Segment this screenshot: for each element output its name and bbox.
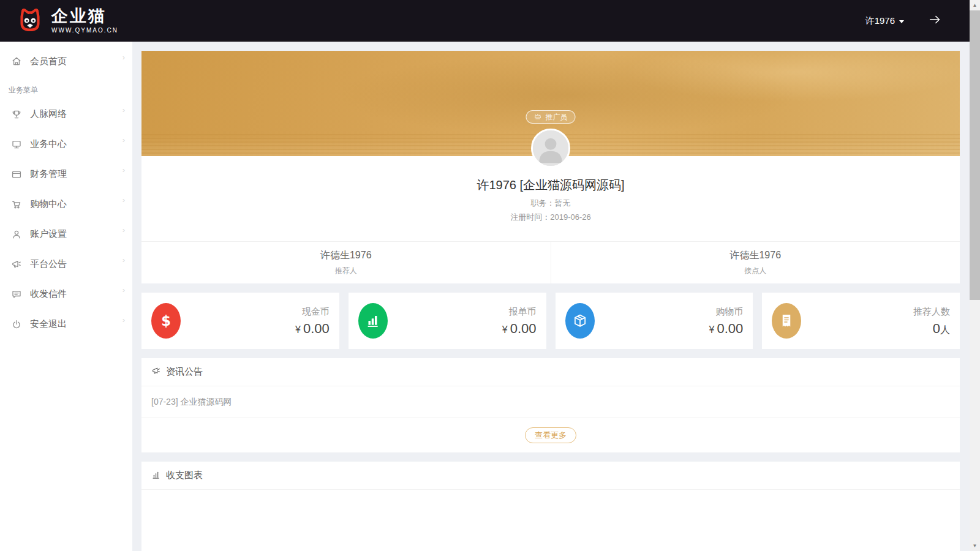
scroll-down-button[interactable]: ▼ xyxy=(970,541,980,551)
stat-card-cash: $ 现金币 ¥0.00 xyxy=(141,293,339,349)
crown-icon xyxy=(534,112,542,122)
megaphone-icon xyxy=(11,259,22,270)
news-panel: 资讯公告 [07-23] 企业猫源码网 查看更多 xyxy=(141,358,960,452)
news-item[interactable]: [07-23] 企业猫源码网 xyxy=(141,386,960,418)
sidebar-item-network[interactable]: 人脉网络 › xyxy=(0,99,132,129)
profile-display-name: 许1976 [企业猫源码网源码] xyxy=(141,177,960,193)
referrer-block: 许德生1976 推荐人 xyxy=(141,242,551,283)
stat-label: 现金币 xyxy=(295,306,330,318)
sidebar-item-mail[interactable]: 收发信件 › xyxy=(0,279,132,309)
megaphone-icon xyxy=(151,366,161,378)
stat-value: ¥0.00 xyxy=(295,322,330,335)
news-panel-header: 资讯公告 xyxy=(141,358,960,386)
referrer-name: 许德生1976 xyxy=(320,249,372,262)
sidebar-main-nav: 人脉网络 › 业务中心 › 财务管理 › 购物中心 › 账户设置 › 平台公告 … xyxy=(0,99,132,339)
chevron-right-icon: › xyxy=(123,316,125,324)
stat-value: 0人 xyxy=(913,322,950,335)
monitor-icon xyxy=(11,139,22,150)
news-footer: 查看更多 xyxy=(141,418,960,452)
stat-card-order: 报单币 ¥0.00 xyxy=(349,293,546,349)
referrer-role: 推荐人 xyxy=(335,266,357,276)
profile-register-time: 注册时间：2019-06-26 xyxy=(141,212,960,222)
sidebar-item-home[interactable]: 会员首页 › xyxy=(0,47,132,76)
contact-point-role: 接点人 xyxy=(744,266,766,276)
chevron-right-icon: › xyxy=(123,53,125,61)
avatar[interactable] xyxy=(531,129,570,168)
brand-logo[interactable]: 企业猫 WWW.QYMAO.CN xyxy=(16,6,118,36)
chevron-right-icon: › xyxy=(123,196,125,204)
message-icon xyxy=(11,289,22,300)
username-label: 许1976 xyxy=(865,15,895,27)
stat-card-referrals: 推荐人数 0人 xyxy=(762,293,960,349)
sidebar: 会员首页 › 业务菜单 人脉网络 › 业务中心 › 财务管理 › 购物中心 › … xyxy=(0,42,132,551)
chevron-right-icon: › xyxy=(123,286,125,294)
relations-row: 许德生1976 推荐人 许德生1976 接点人 xyxy=(141,242,960,283)
chevron-right-icon: › xyxy=(123,226,125,234)
bar-chart-icon xyxy=(358,303,388,339)
profile-info: 许1976 [企业猫源码网源码] 职务：暂无 注册时间：2019-06-26 xyxy=(141,156,960,242)
main-content: 推广员 许1976 [企业猫源码网源码] 职务：暂无 注册时间：2019-06-… xyxy=(132,42,970,551)
receipt-icon xyxy=(772,303,801,339)
news-list: [07-23] 企业猫源码网 xyxy=(141,386,960,418)
stat-card-shopping: 购物币 ¥0.00 xyxy=(556,293,753,349)
dollar-icon: $ xyxy=(151,303,181,339)
contact-point-block: 许德生1976 接点人 xyxy=(551,242,960,283)
brand-site: WWW.QYMAO.CN xyxy=(51,27,118,34)
chevron-right-icon: › xyxy=(123,106,125,114)
stat-label: 购物币 xyxy=(709,306,744,318)
cube-icon xyxy=(565,303,595,339)
scroll-up-button[interactable]: ▲ xyxy=(970,0,980,10)
news-panel-title: 资讯公告 xyxy=(166,366,203,378)
profile-card: 推广员 许1976 [企业猫源码网源码] 职务：暂无 注册时间：2019-06-… xyxy=(141,51,960,283)
trophy-icon xyxy=(11,109,22,120)
contact-point-name: 许德生1976 xyxy=(729,249,781,262)
sidebar-item-finance[interactable]: 财务管理 › xyxy=(0,159,132,189)
sidebar-section-label: 业务菜单 xyxy=(0,76,132,99)
chevron-right-icon: › xyxy=(123,166,125,174)
svg-text:$: $ xyxy=(161,313,171,329)
cat-logo-icon xyxy=(16,6,44,36)
role-badge: 推广员 xyxy=(526,110,576,124)
arrow-right-icon xyxy=(928,13,941,29)
sidebar-item-announcement[interactable]: 平台公告 › xyxy=(0,249,132,279)
stat-label: 推荐人数 xyxy=(913,306,950,318)
view-more-button[interactable]: 查看更多 xyxy=(525,427,576,443)
power-icon xyxy=(11,319,22,330)
chart-panel-title: 收支图表 xyxy=(166,470,203,481)
chart-panel-header: 收支图表 xyxy=(141,462,960,490)
stats-row: $ 现金币 ¥0.00 报单币 ¥0.00 购物币 ¥0.00 推荐人数 xyxy=(141,293,960,349)
caret-down-icon xyxy=(899,20,904,23)
brand-name: 企业猫 xyxy=(51,8,118,24)
cart-icon xyxy=(11,199,22,210)
chevron-right-icon: › xyxy=(123,256,125,264)
scrollbar-thumb[interactable] xyxy=(970,10,980,300)
chevron-right-icon: › xyxy=(123,136,125,144)
profile-job: 职务：暂无 xyxy=(141,198,960,208)
user-dropdown[interactable]: 许1976 xyxy=(865,15,904,27)
role-badge-label: 推广员 xyxy=(546,112,568,122)
home-icon xyxy=(11,56,22,67)
user-icon xyxy=(11,229,22,240)
vertical-scrollbar[interactable]: ▲ ▼ xyxy=(970,0,980,551)
app-root: 企业猫 WWW.QYMAO.CN 许1976 会员首页 › 业务菜 xyxy=(0,0,980,551)
sidebar-item-account[interactable]: 账户设置 › xyxy=(0,219,132,249)
bar-chart-icon xyxy=(151,470,161,481)
logout-arrow-button[interactable] xyxy=(927,13,942,28)
stat-label: 报单币 xyxy=(502,306,537,318)
sidebar-top-nav: 会员首页 › xyxy=(0,42,132,76)
sidebar-item-logout[interactable]: 安全退出 › xyxy=(0,309,132,339)
sidebar-item-business[interactable]: 业务中心 › xyxy=(0,129,132,159)
top-header: 企业猫 WWW.QYMAO.CN 许1976 xyxy=(0,0,970,42)
chart-panel: 收支图表 xyxy=(141,462,960,551)
credit-card-icon xyxy=(11,169,22,180)
sidebar-item-shopping[interactable]: 购物中心 › xyxy=(0,189,132,219)
stat-value: ¥0.00 xyxy=(709,322,744,335)
stat-value: ¥0.00 xyxy=(502,322,537,335)
